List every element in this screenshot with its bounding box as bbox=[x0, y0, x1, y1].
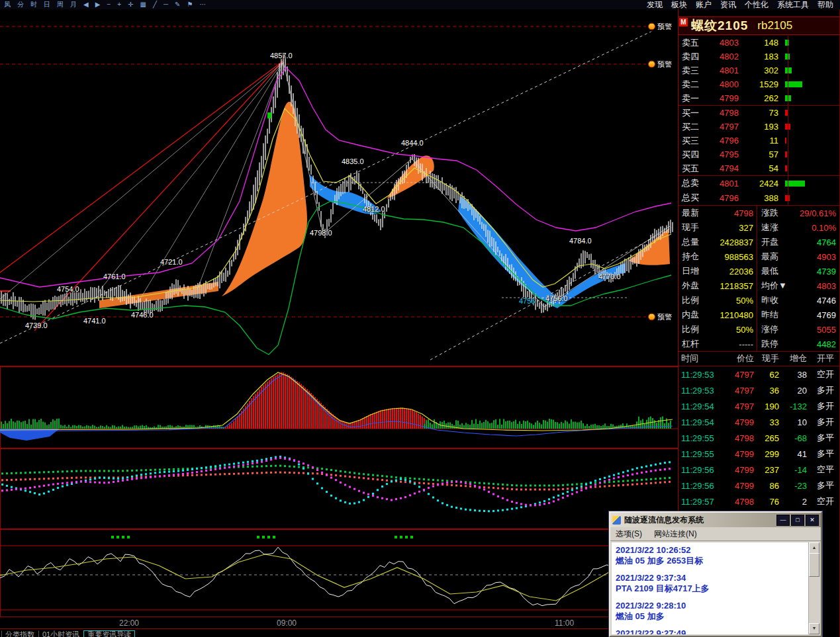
crosshair-icon[interactable]: ✛ bbox=[128, 0, 133, 9]
tape-openclose: 多开 bbox=[807, 400, 837, 412]
ask-row[interactable]: 卖三 4801 302 bbox=[678, 64, 839, 77]
stat-label[interactable]: 均价▼ bbox=[761, 280, 792, 292]
minimize-button[interactable]: — bbox=[776, 515, 790, 526]
bid-row[interactable]: 买三 4796 11 bbox=[678, 134, 839, 148]
ask-row[interactable]: 卖二 4800 1529 bbox=[678, 77, 839, 91]
popup-menu-item[interactable]: 选项(S) bbox=[616, 529, 642, 540]
popup-menu-item[interactable]: 网站连接(N) bbox=[654, 529, 697, 540]
kdj-indicator-pane[interactable] bbox=[0, 448, 678, 529]
stat-label[interactable]: 跌停 bbox=[761, 338, 792, 350]
bottom-tab[interactable]: 01小时资讯 bbox=[38, 630, 83, 637]
contract-name: 螺纹2105 bbox=[691, 17, 748, 34]
message-popup-window[interactable]: 随波逐流信息发布系统 —□✕ 选项(S)网站连接(N) ▲ ▼ 2021/3/2… bbox=[609, 511, 822, 637]
trendline-icon[interactable]: ╱ bbox=[153, 0, 157, 9]
stat-label[interactable]: 昨结 bbox=[761, 309, 792, 321]
tape-row[interactable]: 11:29:53 4797 62 38 空开 bbox=[678, 366, 839, 382]
quote-title-bar[interactable]: M 螺纹2105 rb2105 bbox=[678, 17, 839, 35]
zoom-in-icon[interactable]: + bbox=[117, 0, 121, 9]
ask-row[interactable]: 卖一 4799 262 bbox=[678, 91, 839, 105]
alert-icon[interactable]: ⚑ bbox=[187, 0, 193, 9]
more-icon[interactable]: ⋯ bbox=[199, 0, 206, 9]
bid-row[interactable]: 买一 4798 73 bbox=[678, 106, 839, 120]
time-axis-label: 11:00 bbox=[555, 618, 574, 628]
alarm-text: 预警 bbox=[657, 312, 672, 322]
price-label: 4812.0 bbox=[363, 205, 385, 213]
tape-change: -68 bbox=[779, 433, 807, 443]
ask-row[interactable]: 卖五 4803 148 bbox=[678, 36, 839, 50]
alarm-label[interactable]: 预警 bbox=[646, 312, 674, 322]
stat-label[interactable]: 最低 bbox=[761, 265, 792, 277]
price-label: 4857.0 bbox=[270, 52, 293, 60]
tape-row[interactable]: 11:29:54 4799 33 10 多开 bbox=[678, 414, 839, 430]
period-month-icon[interactable]: 月 bbox=[70, 0, 77, 9]
tape-volume: 265 bbox=[754, 433, 779, 443]
bid-row[interactable]: 买二 4797 193 bbox=[678, 120, 839, 134]
period-week-icon[interactable]: 周 bbox=[57, 0, 64, 9]
menu-item[interactable]: 帮助 bbox=[817, 0, 833, 9]
menu-item[interactable]: 发现 bbox=[647, 0, 663, 9]
depth-volume: 54 bbox=[739, 163, 778, 173]
stat-label[interactable]: 昨收 bbox=[761, 294, 792, 306]
bottom-tab[interactable]: 分类指数 bbox=[1, 630, 38, 637]
menu-item[interactable]: 系统工具 bbox=[777, 0, 809, 9]
tape-row[interactable]: 11:29:53 4797 36 20 多开 bbox=[678, 382, 839, 398]
app-logo-icon[interactable]: 凤 bbox=[4, 0, 11, 9]
zoom-out-icon[interactable]: − bbox=[107, 0, 111, 9]
scroll-up-button[interactable]: ▲ bbox=[809, 542, 819, 554]
bottom-tab[interactable]: 重要资讯导读 bbox=[83, 630, 135, 637]
grid-icon[interactable]: ▦ bbox=[140, 0, 146, 9]
maximize-button[interactable]: □ bbox=[791, 515, 804, 526]
scroll-th[interactable] bbox=[809, 553, 819, 577]
price-label: 4798.0 bbox=[310, 229, 332, 237]
tape-row[interactable]: 11:29:55 4799 299 41 多平 bbox=[678, 446, 839, 462]
tape-openclose: 空开 bbox=[807, 495, 837, 507]
stat-label[interactable]: 涨跌 bbox=[761, 207, 792, 219]
total-row: 总买 4796 388 bbox=[678, 191, 839, 205]
tape-row[interactable]: 11:29:55 4798 265 -68 多平 bbox=[678, 430, 839, 446]
depth-volume: 148 bbox=[739, 38, 778, 48]
popup-scrollbar[interactable]: ▲ ▼ bbox=[808, 542, 819, 634]
popup-title-bar[interactable]: 随波逐流信息发布系统 —□✕ bbox=[610, 513, 821, 527]
period-minute-icon[interactable]: 分 bbox=[17, 0, 24, 9]
stat-label[interactable]: 最高 bbox=[761, 251, 792, 263]
scroll-right-icon[interactable]: ▶ bbox=[95, 0, 101, 9]
depth-price: 4799 bbox=[706, 93, 739, 103]
tape-time: 11:29:56 bbox=[681, 481, 725, 491]
menu-item[interactable]: 账户 bbox=[696, 0, 712, 9]
chart-area[interactable]: 4857.04844.04835.04812.04798.04784.04770… bbox=[0, 9, 678, 637]
stat-label[interactable]: 速涨 bbox=[761, 222, 792, 234]
depth-price: 4797 bbox=[706, 122, 739, 132]
tape-row[interactable]: 11:29:56 4799 86 -23 多平 bbox=[678, 478, 839, 493]
close-button[interactable]: ✕ bbox=[806, 515, 819, 526]
total-volume: 388 bbox=[739, 193, 778, 203]
ask-row[interactable]: 卖四 4802 183 bbox=[678, 50, 839, 64]
tape-row[interactable]: 11:29:57 4798 76 2 空开 bbox=[678, 493, 839, 509]
depth-volume-bar bbox=[785, 151, 787, 157]
menu-item[interactable]: 板块 bbox=[671, 0, 687, 9]
tape-row[interactable]: 11:29:56 4799 237 -14 空平 bbox=[678, 462, 839, 478]
tape-header-price: 价位 bbox=[725, 353, 754, 364]
oscillator-pane[interactable] bbox=[0, 529, 678, 617]
horizontal-line-icon[interactable]: ─ bbox=[163, 0, 168, 9]
annotate-icon[interactable]: ✎ bbox=[175, 0, 180, 9]
bid-row[interactable]: 买五 4794 54 bbox=[678, 161, 839, 175]
menu-item[interactable]: 资讯 bbox=[720, 0, 736, 9]
alarm-label[interactable]: 预警 bbox=[646, 22, 674, 32]
alarm-label[interactable]: 预警 bbox=[646, 60, 674, 69]
menu-item[interactable]: 个性化 bbox=[745, 0, 769, 9]
macd-indicator-pane[interactable] bbox=[0, 366, 678, 448]
period-hour-icon[interactable]: 时 bbox=[30, 0, 37, 9]
scroll-left-icon[interactable]: ◀ bbox=[83, 0, 89, 9]
main-candle-chart[interactable] bbox=[0, 9, 678, 366]
tape-change: -132 bbox=[779, 402, 807, 411]
tape-header: 时间 价位 现手 增仓 开平 bbox=[678, 352, 839, 365]
bid-row[interactable]: 买四 4795 57 bbox=[678, 148, 839, 161]
tape-row[interactable]: 11:29:54 4797 190 -132 多开 bbox=[678, 398, 839, 414]
scroll-down-button[interactable]: ▼ bbox=[809, 623, 819, 634]
stat-label[interactable]: 涨停 bbox=[761, 323, 792, 335]
stat-label[interactable]: 开盘 bbox=[761, 236, 792, 248]
stats-row: 比例 50% 涨停 5055 bbox=[678, 322, 839, 337]
quote-stats: 最新 4798 涨跌 29/0.61% 现手 327 速涨 0.10% 总量 2… bbox=[678, 206, 839, 351]
period-day-icon[interactable]: 日 bbox=[44, 0, 50, 9]
tape-time: 11:29:53 bbox=[681, 386, 725, 396]
